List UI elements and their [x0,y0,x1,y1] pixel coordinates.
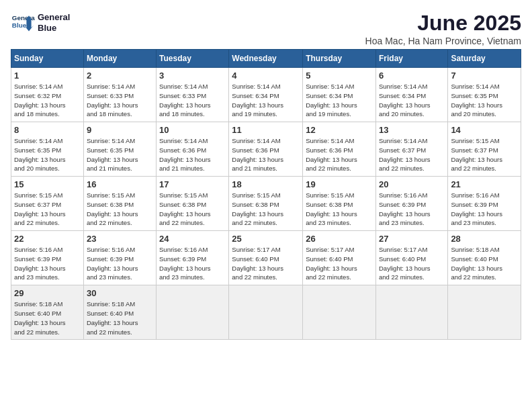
calendar-cell: 22Sunrise: 5:16 AMSunset: 6:39 PMDayligh… [11,231,84,285]
day-info: Sunrise: 5:18 AMSunset: 6:40 PMDaylight:… [14,300,81,336]
day-info: Sunrise: 5:15 AMSunset: 6:37 PMDaylight:… [451,136,518,173]
weekday-header: Sunday [11,50,84,68]
day-number: 30 [87,288,153,298]
logo: General Blue General Blue [11,11,70,35]
day-number: 10 [159,125,226,135]
day-info: Sunrise: 5:15 AMSunset: 6:37 PMDaylight:… [14,191,81,228]
day-number: 11 [232,125,300,135]
weekday-header: Tuesday [157,50,229,68]
day-number: 27 [379,234,445,244]
day-info: Sunrise: 5:14 AMSunset: 6:34 PMDaylight:… [379,82,445,119]
calendar-body: 1Sunrise: 5:14 AMSunset: 6:32 PMDaylight… [11,68,521,340]
day-number: 24 [159,234,226,244]
svg-text:Blue: Blue [12,21,27,29]
day-number: 16 [87,179,153,189]
day-info: Sunrise: 5:14 AMSunset: 6:36 PMDaylight:… [306,136,373,173]
day-info: Sunrise: 5:14 AMSunset: 6:32 PMDaylight:… [14,82,81,119]
calendar-week-row: 1Sunrise: 5:14 AMSunset: 6:32 PMDaylight… [11,68,521,122]
calendar-cell: 27Sunrise: 5:17 AMSunset: 6:40 PMDayligh… [375,231,447,285]
svg-text:General: General [12,14,35,21]
calendar-cell: 11Sunrise: 5:14 AMSunset: 6:36 PMDayligh… [229,122,303,177]
calendar-cell: 10Sunrise: 5:14 AMSunset: 6:36 PMDayligh… [157,122,229,177]
day-info: Sunrise: 5:17 AMSunset: 6:40 PMDaylight:… [306,245,373,282]
calendar-cell: 2Sunrise: 5:14 AMSunset: 6:33 PMDaylight… [83,68,156,122]
day-number: 12 [306,125,373,135]
day-number: 4 [232,71,300,81]
title-block: June 2025 Hoa Mac, Ha Nam Province, Viet… [365,11,521,46]
header-row: SundayMondayTuesdayWednesdayThursdayFrid… [11,50,521,68]
calendar-cell: 18Sunrise: 5:15 AMSunset: 6:38 PMDayligh… [229,177,303,231]
day-number: 28 [451,234,518,244]
day-info: Sunrise: 5:17 AMSunset: 6:40 PMDaylight:… [232,245,300,282]
calendar-cell: 26Sunrise: 5:17 AMSunset: 6:40 PMDayligh… [303,231,376,285]
day-number: 6 [379,71,445,81]
day-number: 7 [451,71,518,81]
day-number: 14 [451,125,518,135]
day-number: 25 [232,234,300,244]
calendar-cell: 12Sunrise: 5:14 AMSunset: 6:36 PMDayligh… [303,122,376,177]
day-number: 20 [379,179,445,189]
calendar-cell: 28Sunrise: 5:18 AMSunset: 6:40 PMDayligh… [448,231,521,285]
day-number: 19 [306,179,373,189]
calendar-cell: 21Sunrise: 5:16 AMSunset: 6:39 PMDayligh… [448,177,521,231]
weekday-header: Saturday [448,50,521,68]
day-info: Sunrise: 5:16 AMSunset: 6:39 PMDaylight:… [451,191,518,228]
day-number: 5 [306,71,373,81]
day-info: Sunrise: 5:14 AMSunset: 6:35 PMDaylight:… [14,136,81,173]
day-info: Sunrise: 5:14 AMSunset: 6:37 PMDaylight:… [379,136,445,173]
calendar-cell: 7Sunrise: 5:14 AMSunset: 6:35 PMDaylight… [448,68,521,122]
day-number: 2 [87,71,153,81]
calendar-week-row: 22Sunrise: 5:16 AMSunset: 6:39 PMDayligh… [11,231,521,285]
day-number: 21 [451,179,518,189]
calendar-cell: 30Sunrise: 5:18 AMSunset: 6:40 PMDayligh… [83,285,156,340]
day-number: 3 [159,71,226,81]
day-info: Sunrise: 5:18 AMSunset: 6:40 PMDaylight:… [87,300,153,336]
day-number: 1 [14,71,81,81]
day-info: Sunrise: 5:16 AMSunset: 6:39 PMDaylight:… [159,245,226,282]
calendar-cell: 29Sunrise: 5:18 AMSunset: 6:40 PMDayligh… [11,285,84,340]
calendar-table: SundayMondayTuesdayWednesdayThursdayFrid… [11,49,521,340]
day-number: 15 [14,179,81,189]
day-info: Sunrise: 5:14 AMSunset: 6:34 PMDaylight:… [232,82,300,119]
day-number: 8 [14,125,81,135]
calendar-cell [448,285,521,340]
calendar-week-row: 29Sunrise: 5:18 AMSunset: 6:40 PMDayligh… [11,285,521,340]
calendar-week-row: 15Sunrise: 5:15 AMSunset: 6:37 PMDayligh… [11,177,521,231]
calendar-cell: 24Sunrise: 5:16 AMSunset: 6:39 PMDayligh… [157,231,229,285]
day-info: Sunrise: 5:14 AMSunset: 6:33 PMDaylight:… [159,82,226,119]
calendar-cell: 4Sunrise: 5:14 AMSunset: 6:34 PMDaylight… [229,68,303,122]
calendar-header: SundayMondayTuesdayWednesdayThursdayFrid… [11,50,521,68]
day-number: 26 [306,234,373,244]
calendar-cell [229,285,303,340]
calendar-cell: 16Sunrise: 5:15 AMSunset: 6:38 PMDayligh… [83,177,156,231]
calendar-cell: 13Sunrise: 5:14 AMSunset: 6:37 PMDayligh… [375,122,447,177]
day-info: Sunrise: 5:16 AMSunset: 6:39 PMDaylight:… [14,245,81,282]
day-number: 18 [232,179,300,189]
day-info: Sunrise: 5:16 AMSunset: 6:39 PMDaylight:… [379,191,445,228]
day-number: 13 [379,125,445,135]
day-info: Sunrise: 5:15 AMSunset: 6:38 PMDaylight:… [232,191,300,228]
calendar-cell: 14Sunrise: 5:15 AMSunset: 6:37 PMDayligh… [448,122,521,177]
calendar-cell: 5Sunrise: 5:14 AMSunset: 6:34 PMDaylight… [303,68,376,122]
day-info: Sunrise: 5:14 AMSunset: 6:35 PMDaylight:… [451,82,518,119]
calendar-week-row: 8Sunrise: 5:14 AMSunset: 6:35 PMDaylight… [11,122,521,177]
logo-text: General Blue [38,12,70,33]
day-info: Sunrise: 5:16 AMSunset: 6:39 PMDaylight:… [87,245,153,282]
calendar-cell: 25Sunrise: 5:17 AMSunset: 6:40 PMDayligh… [229,231,303,285]
day-info: Sunrise: 5:18 AMSunset: 6:40 PMDaylight:… [451,245,518,282]
logo-icon: General Blue [11,11,35,35]
calendar-cell: 1Sunrise: 5:14 AMSunset: 6:32 PMDaylight… [11,68,84,122]
weekday-header: Thursday [303,50,376,68]
calendar-title: June 2025 [365,11,521,36]
weekday-header: Monday [83,50,156,68]
calendar-cell: 15Sunrise: 5:15 AMSunset: 6:37 PMDayligh… [11,177,84,231]
day-number: 29 [14,288,81,298]
day-info: Sunrise: 5:14 AMSunset: 6:35 PMDaylight:… [87,136,153,173]
calendar-cell: 19Sunrise: 5:15 AMSunset: 6:38 PMDayligh… [303,177,376,231]
calendar-cell: 6Sunrise: 5:14 AMSunset: 6:34 PMDaylight… [375,68,447,122]
calendar-subtitle: Hoa Mac, Ha Nam Province, Vietnam [365,36,521,46]
day-number: 9 [87,125,153,135]
day-info: Sunrise: 5:15 AMSunset: 6:38 PMDaylight:… [87,191,153,228]
day-number: 22 [14,234,81,244]
calendar-cell: 23Sunrise: 5:16 AMSunset: 6:39 PMDayligh… [83,231,156,285]
